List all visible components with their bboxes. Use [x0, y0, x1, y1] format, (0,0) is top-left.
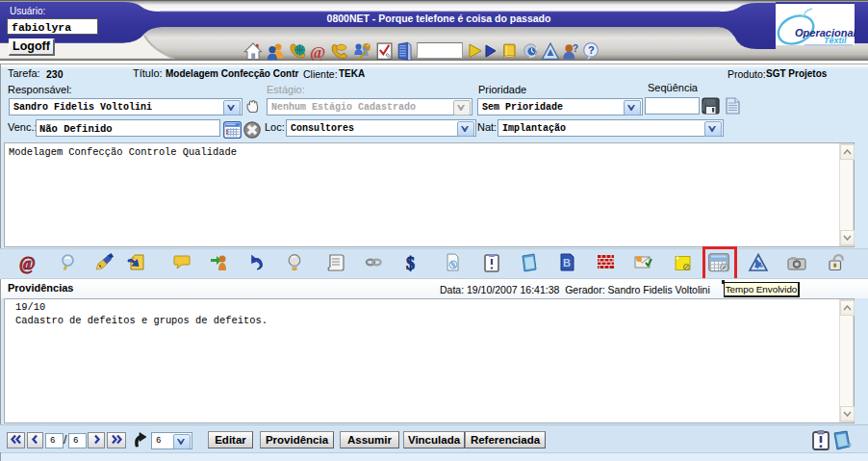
- svg-text:?: ?: [573, 43, 578, 54]
- svg-text:@: @: [19, 254, 36, 273]
- svg-text:B: B: [563, 257, 571, 269]
- svg-text:$: $: [406, 254, 415, 273]
- svg-text:?: ?: [588, 44, 595, 56]
- svg-text:@: @: [310, 42, 325, 62]
